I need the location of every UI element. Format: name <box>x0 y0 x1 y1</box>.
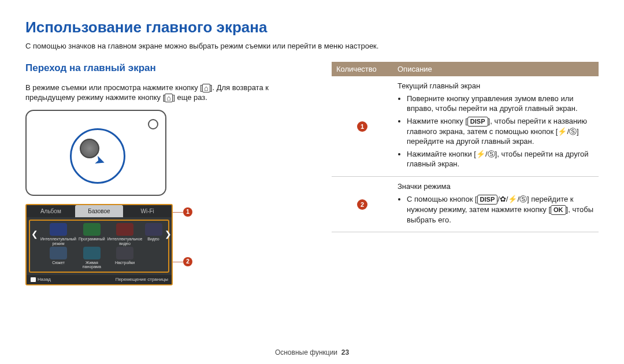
tab-wifi[interactable]: Wi-Fi <box>123 205 172 218</box>
table-row: 1 Текущий главный экран Поверните кнопку… <box>332 76 599 176</box>
home-screen-mock: Альбом Базовое Wi-Fi ❮ Интеллектуальныйр… <box>25 204 173 286</box>
page-footer: Основные функции 23 <box>0 348 624 357</box>
ok-button-icon: OK <box>551 205 566 215</box>
mode-icon[interactable]: Интеллектуальныйрежим <box>40 223 76 246</box>
row2-bullet: С помощью кнопок [DISP/✿/⚡/Ⓢ] перейдите … <box>407 194 594 225</box>
row1-bullet: Нажимайте кнопки [⚡/Ⓢ], чтобы перейти на… <box>407 149 594 169</box>
page-title: Использование главного экрана <box>25 17 599 38</box>
mode-icon[interactable]: Сюжет <box>40 247 76 269</box>
flash-icon: ⚡ <box>508 195 517 203</box>
home-icon: ⌂ <box>30 277 36 283</box>
home-icon: ⌂ <box>165 94 173 102</box>
camera-illustration: ➤ <box>25 110 166 196</box>
section-subtitle: Переход на главный экран <box>25 62 309 75</box>
macro-icon: ✿ <box>500 195 506 203</box>
th-desc: Описание <box>393 62 599 77</box>
mode-icon[interactable]: Программный <box>79 223 105 245</box>
tab-bar: Альбом Базовое Wi-Fi <box>27 205 172 218</box>
tab-album[interactable]: Альбом <box>27 205 75 218</box>
chevron-left-icon[interactable]: ❮ <box>31 229 38 240</box>
row1-bullet: Нажмите кнопку [DISP], чтобы перейти к н… <box>407 116 594 147</box>
mode-icon[interactable]: Живаяпанорама <box>79 247 105 269</box>
intro-text: С помощью значков на главном экране можн… <box>25 41 599 51</box>
th-count: Количество <box>332 62 393 77</box>
mode-icon[interactable]: Интеллектуальноевидео <box>107 223 143 246</box>
timer-icon: Ⓢ <box>569 127 577 136</box>
tab-basic[interactable]: Базовое <box>75 205 124 218</box>
row2-title: Значки режима <box>398 181 594 192</box>
move-page-label: Перемещение страницы <box>116 277 168 283</box>
back-label[interactable]: ⌂ Назад <box>30 277 51 283</box>
flash-icon: ⚡ <box>558 127 567 136</box>
row-marker-1: 1 <box>357 121 367 132</box>
flash-icon: ⚡ <box>476 150 485 158</box>
disp-button-icon: DISP <box>477 195 498 205</box>
row1-bullet: Поверните кнопку управления зумом влево … <box>407 94 594 114</box>
row1-title: Текущий главный экран <box>398 81 594 91</box>
timer-icon: Ⓢ <box>519 195 527 203</box>
mode-icon[interactable]: Видео <box>145 223 162 245</box>
row-marker-2: 2 <box>357 199 367 210</box>
description-table: Количество Описание 1 Текущий главный эк… <box>332 62 599 232</box>
section-paragraph: В режиме съемки или просмотра нажмите кн… <box>25 83 309 103</box>
callout-marker-2: 2 <box>183 257 192 266</box>
disp-button-icon: DISP <box>467 117 488 127</box>
table-row: 2 Значки режима С помощью кнопок [DISP/✿… <box>332 177 599 232</box>
timer-icon: Ⓢ <box>488 150 495 158</box>
callout-marker-1: 1 <box>183 207 192 217</box>
chevron-right-icon[interactable]: ❯ <box>165 229 172 240</box>
mode-icon[interactable]: Настройки <box>107 247 143 269</box>
home-icon: ⌂ <box>202 84 210 92</box>
